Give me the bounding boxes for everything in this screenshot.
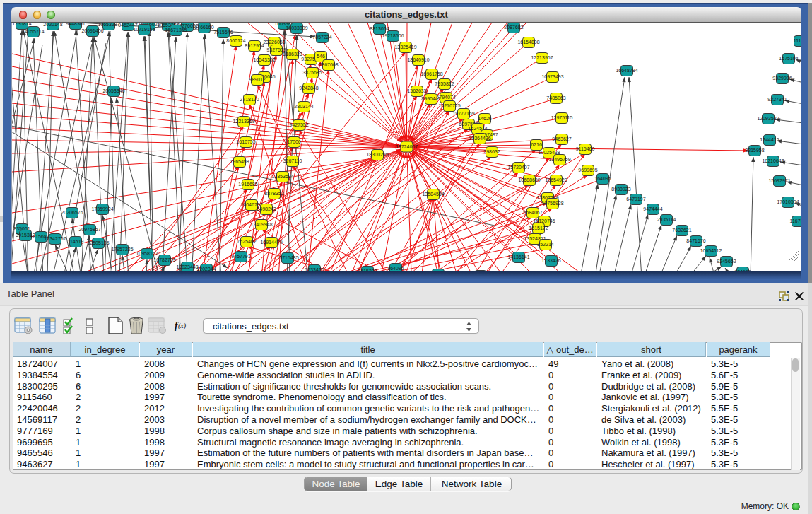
svg-text:964095: 964095 [387,266,404,271]
svg-text:2020148: 2020148 [43,23,62,27]
svg-text:1235814: 1235814 [12,23,31,26]
svg-text:1916685: 1916685 [238,182,257,187]
svg-text:20091406: 20091406 [81,28,103,33]
svg-text:23226058: 23226058 [263,40,285,45]
svg-text:2867608: 2867608 [319,62,338,67]
svg-text:2803144: 2803144 [294,104,313,109]
svg-text:13584554: 13584554 [422,192,444,197]
svg-text:13495759: 13495759 [548,157,570,162]
svg-text:252214: 252214 [537,242,553,247]
svg-text:11175: 11175 [794,38,801,43]
svg-text:12093533: 12093533 [757,116,779,121]
svg-text:8878352: 8878352 [264,191,283,196]
svg-text:18640910: 18640910 [407,57,429,62]
svg-text:2718170: 2718170 [240,97,259,102]
svg-text:9227341: 9227341 [767,97,787,102]
svg-text:16671355: 16671355 [165,28,187,33]
svg-text:17010504: 17010504 [777,199,799,204]
svg-text:20206576: 20206576 [61,210,83,215]
svg-text:7955812: 7955812 [435,81,454,86]
svg-text:14136141: 14136141 [507,255,529,259]
svg-text:16914479: 16914479 [260,240,282,245]
svg-text:9457791: 9457791 [231,254,250,259]
svg-text:8660124: 8660124 [226,38,245,43]
svg-text:924565: 924565 [734,269,751,271]
svg-text:12023448: 12023448 [176,264,198,269]
svg-text:10958167: 10958167 [136,251,158,256]
svg-text:8813054: 8813054 [370,26,389,31]
svg-text:(x): (x) [178,322,187,330]
svg-text:9115460: 9115460 [576,146,595,151]
svg-text:8215958: 8215958 [745,148,764,153]
svg-text:114519: 114519 [68,239,84,244]
svg-text:1575104: 1575104 [779,56,798,61]
svg-text:14055714: 14055714 [22,29,44,34]
svg-text:10719155: 10719155 [133,27,155,32]
svg-text:3875685: 3875685 [302,70,322,75]
svg-text:6479197: 6479197 [626,197,645,201]
svg-text:5498242: 5498242 [257,206,276,211]
svg-text:12505135: 12505135 [87,240,109,245]
svg-text:10756928: 10756928 [541,201,563,206]
svg-text:1615172: 1615172 [529,226,548,230]
svg-text:2935114: 2935114 [657,217,676,222]
svg-text:19777169: 19777169 [452,111,474,116]
svg-text:9427552: 9427552 [289,122,308,127]
svg-text:1965498: 1965498 [230,159,249,164]
svg-text:9245652: 9245652 [717,259,736,264]
svg-text:9474444: 9474444 [643,206,662,211]
svg-text:116753: 116753 [790,218,801,223]
svg-text:1733426: 1733426 [541,258,560,263]
svg-text:1733426: 1733426 [305,267,324,271]
svg-text:10653287: 10653287 [98,23,119,27]
svg-text:6794074: 6794074 [436,95,455,100]
svg-text:14626: 14626 [478,116,492,121]
svg-text:9448301: 9448301 [66,23,85,26]
svg-text:5684067: 5684067 [523,210,542,215]
svg-text:9242848: 9242848 [299,86,318,90]
svg-text:16543302: 16543302 [253,57,275,62]
svg-text:17006: 17006 [287,139,301,144]
svg-text:17957225: 17957225 [111,247,133,252]
svg-text:9615223: 9615223 [358,269,377,271]
svg-text:15720407: 15720407 [507,165,529,170]
svg-text:20975857: 20975857 [78,227,100,232]
svg-text:9329996: 9329996 [772,76,792,81]
svg-text:19218506: 19218506 [382,33,404,38]
svg-text:15692971: 15692971 [768,178,790,183]
svg-text:546: 546 [317,54,325,59]
svg-text:1610755: 1610755 [236,139,255,144]
svg-text:12342757: 12342757 [44,236,66,241]
svg-text:8912954: 8912954 [245,43,264,48]
svg-text:12213369: 12213369 [233,119,254,124]
svg-text:10688609: 10688609 [518,177,540,182]
svg-text:7515546: 7515546 [213,30,233,35]
svg-text:10654112: 10654112 [700,248,722,253]
svg-text:12213967: 12213967 [531,55,553,60]
svg-text:12975115: 12975115 [551,115,573,120]
svg-text:6466160: 6466160 [194,25,213,30]
svg-text:9699695: 9699695 [578,168,597,173]
svg-text:8186328: 8186328 [283,52,302,57]
svg-text:164095: 164095 [594,176,611,181]
svg-text:19654923: 19654923 [545,177,567,182]
svg-text:13353594: 13353594 [271,174,293,179]
svg-text:9463627: 9463627 [552,136,571,141]
svg-text:10973493: 10973493 [541,74,563,79]
svg-text:16210725: 16210725 [438,103,460,108]
svg-text:7632621: 7632621 [672,228,691,233]
svg-text:17359924: 17359924 [91,206,113,211]
svg-text:16210643: 16210643 [762,158,784,163]
svg-text:3267110: 3267110 [283,158,302,163]
svg-text:20364436: 20364436 [469,136,490,141]
svg-text:16782759: 16782759 [153,257,175,262]
svg-text:6216: 6216 [531,142,542,147]
svg-text:7625402: 7625402 [237,239,256,244]
svg-text:8471676: 8471676 [686,238,705,243]
svg-text:1244415: 1244415 [760,137,779,142]
svg-text:16961758: 16961758 [420,71,442,76]
svg-text:1202344: 1202344 [196,267,216,271]
svg-text:15716485: 15716485 [276,255,298,260]
svg-text:2087682: 2087682 [504,25,523,30]
svg-text:20053346: 20053346 [102,88,124,93]
